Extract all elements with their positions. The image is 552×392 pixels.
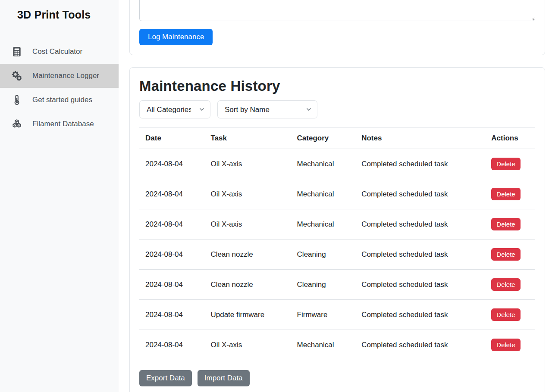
- cell-notes: Completed scheduled task: [355, 209, 485, 240]
- delete-button[interactable]: Delete: [491, 278, 520, 291]
- cell-task: Oil X-axis: [204, 209, 291, 240]
- sidebar-item-label: Get started guides: [32, 96, 92, 104]
- sidebar-item-label: Maintenance Logger: [32, 72, 99, 80]
- cell-category: Firmware: [291, 300, 356, 330]
- delete-button[interactable]: Delete: [491, 308, 520, 321]
- cell-date: 2024-08-04: [139, 270, 204, 300]
- cell-category: Mechanical: [291, 149, 356, 179]
- cell-date: 2024-08-04: [139, 179, 204, 209]
- table-row: 2024-08-04 Oil X-axis Mechanical Complet…: [139, 209, 535, 240]
- cell-actions: Delete: [485, 149, 535, 179]
- cell-notes: Completed scheduled task: [355, 179, 485, 209]
- category-filter-select[interactable]: All Categories: [139, 100, 210, 118]
- table-row: 2024-08-04 Clean nozzle Cleaning Complet…: [139, 240, 535, 270]
- delete-button[interactable]: Delete: [491, 248, 520, 261]
- cell-task: Oil X-axis: [204, 330, 291, 360]
- import-data-button[interactable]: Import Data: [198, 370, 250, 386]
- cell-actions: Delete: [485, 179, 535, 209]
- cell-date: 2024-08-04: [139, 300, 204, 330]
- delete-button[interactable]: Delete: [491, 158, 520, 170]
- cell-notes: Completed scheduled task: [355, 330, 485, 360]
- cell-actions: Delete: [485, 270, 535, 300]
- history-title: Maintenance History: [139, 78, 535, 94]
- cell-task: Oil X-axis: [204, 179, 291, 209]
- delete-button[interactable]: Delete: [491, 339, 520, 351]
- sidebar-item-filament-database[interactable]: Filament Database: [0, 112, 119, 136]
- main-content: Log Maintenance Maintenance History All …: [119, 0, 552, 392]
- app-title: 3D Print Tools: [0, 0, 119, 21]
- column-header-task: Task: [204, 128, 291, 149]
- maintenance-notes-textarea[interactable]: [139, 0, 535, 21]
- cell-date: 2024-08-04: [139, 209, 204, 240]
- table-header-row: Date Task Category Notes Actions: [139, 128, 535, 149]
- column-header-date: Date: [139, 128, 204, 149]
- log-maintenance-card: Log Maintenance: [129, 0, 545, 55]
- cell-date: 2024-08-04: [139, 240, 204, 270]
- cell-task: Oil X-axis: [204, 149, 291, 179]
- table-row: 2024-08-04 Clean nozzle Cleaning Complet…: [139, 270, 535, 300]
- cell-task: Update firmware: [204, 300, 291, 330]
- sidebar-item-get-started-guides[interactable]: Get started guides: [0, 88, 119, 112]
- cell-notes: Completed scheduled task: [355, 270, 485, 300]
- export-data-button[interactable]: Export Data: [139, 370, 192, 386]
- cell-notes: Completed scheduled task: [355, 149, 485, 179]
- sidebar-item-cost-calculator[interactable]: Cost Calculator: [0, 40, 119, 64]
- thermometer-icon: [11, 94, 22, 106]
- log-maintenance-button[interactable]: Log Maintenance: [139, 29, 213, 45]
- cubes-icon: [11, 118, 22, 130]
- cell-task: Clean nozzle: [204, 270, 291, 300]
- cell-category: Cleaning: [291, 240, 356, 270]
- cell-actions: Delete: [485, 330, 535, 360]
- sidebar: 3D Print Tools Cost Calculator: [0, 0, 119, 392]
- delete-button[interactable]: Delete: [491, 218, 520, 230]
- cell-date: 2024-08-04: [139, 149, 204, 179]
- gears-icon: [11, 70, 22, 81]
- cell-date: 2024-08-04: [139, 330, 204, 360]
- cell-category: Mechanical: [291, 179, 356, 209]
- cell-task: Clean nozzle: [204, 240, 291, 270]
- cell-category: Mechanical: [291, 209, 356, 240]
- sidebar-item-maintenance-logger[interactable]: Maintenance Logger: [0, 64, 119, 88]
- delete-button[interactable]: Delete: [491, 188, 520, 200]
- cell-actions: Delete: [485, 300, 535, 330]
- table-row: 2024-08-04 Update firmware Firmware Comp…: [139, 300, 535, 330]
- data-actions: Export Data Import Data: [139, 370, 535, 386]
- cell-category: Mechanical: [291, 330, 356, 360]
- table-row: 2024-08-04 Oil X-axis Mechanical Complet…: [139, 330, 535, 360]
- sidebar-nav: Cost Calculator: [0, 40, 119, 136]
- cell-category: Cleaning: [291, 270, 356, 300]
- table-row: 2024-08-04 Oil X-axis Mechanical Complet…: [139, 149, 535, 179]
- table-row: 2024-08-04 Oil X-axis Mechanical Complet…: [139, 179, 535, 209]
- cell-notes: Completed scheduled task: [355, 240, 485, 270]
- calculator-icon: [11, 46, 22, 57]
- maintenance-history-table: Date Task Category Notes Actions 2024-08…: [139, 128, 535, 360]
- sidebar-item-label: Cost Calculator: [32, 47, 82, 56]
- maintenance-history-card: Maintenance History All Categories Sort …: [129, 67, 545, 392]
- column-header-notes: Notes: [355, 128, 485, 149]
- cell-notes: Completed scheduled task: [355, 300, 485, 330]
- column-header-actions: Actions: [485, 128, 535, 149]
- column-header-category: Category: [291, 128, 356, 149]
- history-filters: All Categories Sort by Name: [139, 100, 535, 118]
- cell-actions: Delete: [485, 209, 535, 240]
- sort-select[interactable]: Sort by Name: [217, 100, 317, 118]
- cell-actions: Delete: [485, 240, 535, 270]
- sidebar-item-label: Filament Database: [32, 120, 94, 128]
